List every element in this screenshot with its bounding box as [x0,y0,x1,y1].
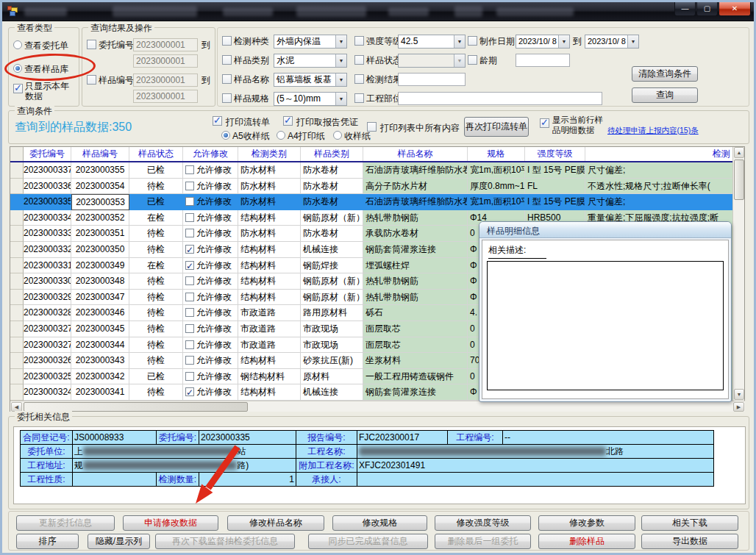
row-header-cell[interactable] [10,353,24,369]
allow-edit-cell[interactable]: 允许修改 [183,353,238,369]
status-cell[interactable]: 在检 [129,210,183,226]
sample-name-cell[interactable]: 坐浆材料 [363,353,468,369]
test-category-cell[interactable]: 结构材料 [238,384,301,401]
allow-edit-checkbox[interactable] [185,356,194,365]
grid-column-header[interactable]: 样品名称 [363,147,468,161]
allow-edit-cell[interactable]: 允许修改 [183,179,238,195]
test-category-cell[interactable]: 防水材料 [238,179,301,195]
entrust-no-cell[interactable]: 2023000336 [24,179,71,195]
sample-no-cell[interactable]: 2023000353 [71,194,129,210]
range-checkbox[interactable] [87,75,96,85]
allow-edit-checkbox[interactable] [185,261,194,270]
chevron-down-icon[interactable]: ▼ [335,93,346,105]
filter-checkbox[interactable] [468,36,477,46]
entrust-no-cell[interactable]: 2023000330 [24,273,71,290]
allow-edit-cell[interactable]: 允许修改 [183,273,238,290]
allow-edit-checkbox[interactable] [185,229,194,237]
sample-name-cell[interactable]: 砾石 [363,305,468,321]
filter-checkbox[interactable] [222,93,232,103]
status-cell[interactable]: 待检 [129,273,183,290]
row-header-cell[interactable] [10,305,24,321]
sample-name-cell[interactable]: 热轧带肋钢筋 [363,290,468,306]
filter-dropdown[interactable]: 水泥▼ [274,54,347,68]
sample-category-cell[interactable]: 防水卷材 [301,179,363,195]
sample-no-cell[interactable]: 2023000342 [71,369,129,385]
paper-a4-radio[interactable] [277,131,285,140]
date-picker[interactable]: 2023/10/ 8▼ [585,35,639,49]
query-button[interactable]: 查询 [632,87,698,103]
sample-name-cell[interactable]: 高分子防水片材 [363,179,468,195]
grid-column-header[interactable]: 检测 [585,147,733,161]
test-category-cell[interactable]: 市政道路 [238,337,301,354]
reprint-button[interactable]: 再次打印流转单 [464,117,529,137]
action-button[interactable]: 隐藏/显示列 [88,534,150,549]
sample-name-cell[interactable]: 石油沥青玻璃纤维胎防水卷 [363,162,468,179]
sample-name-cell[interactable]: 石油沥青玻璃纤维胎防水卷 [363,194,468,210]
allow-edit-cell[interactable]: 允许修改 [183,321,238,337]
row-header-cell[interactable] [10,226,24,242]
grade-cell[interactable]: I 型 15号 PE膜 [525,194,585,210]
test-category-cell[interactable]: 市政道路 [238,321,301,337]
allow-edit-checkbox[interactable] [185,324,194,333]
row-header-cell[interactable] [10,290,24,306]
row-header-cell[interactable] [10,384,24,401]
sample-category-cell[interactable]: 防水卷材 [301,162,363,179]
sample-category-cell[interactable]: 原材料 [301,369,363,385]
allow-edit-checkbox[interactable] [185,387,194,396]
entrust-no-cell[interactable]: 2023000324 [24,384,71,401]
filter-dropdown[interactable]: 外墙内保温▼ [274,35,347,49]
chevron-down-icon[interactable]: ▼ [335,54,346,67]
row-header-cell[interactable] [10,273,24,290]
allow-edit-cell[interactable]: 允许修改 [183,384,238,401]
filter-checkbox[interactable] [354,55,364,65]
test-params-cell[interactable]: 尺寸偏差; [585,194,733,210]
row-header-cell[interactable] [10,242,24,258]
grid-column-header[interactable]: 检测类别 [238,147,301,161]
sample-name-cell[interactable]: 面层取芯 [363,321,468,337]
sample-no-cell[interactable]: 2023000351 [71,226,129,242]
test-category-cell[interactable]: 防水材料 [238,162,301,179]
sample-name-cell[interactable]: 面层取芯 [363,337,468,354]
sample-no-cell[interactable]: 2023000343 [71,353,129,369]
entrust-no-cell[interactable]: 2023000327 [24,321,71,337]
entrust-no-cell[interactable]: 2023000328 [24,305,71,321]
row-header-cell[interactable] [10,162,24,179]
sample-category-cell[interactable]: 砂浆抗压(新) [301,353,363,369]
sample-no-cell[interactable]: 2023000347 [71,290,129,306]
action-button[interactable]: 修改规格 [332,515,427,531]
action-button[interactable]: 导出数据 [641,534,738,549]
sample-name-cell[interactable]: 热轧带肋钢筋 [363,210,468,226]
row-header-cell[interactable] [10,258,24,274]
status-cell[interactable]: 待检 [129,305,183,321]
action-button[interactable]: 排序 [16,534,79,549]
allow-edit-cell[interactable]: 允许修改 [183,258,238,274]
status-cell[interactable]: 待检 [129,226,183,242]
allow-edit-checkbox[interactable] [185,372,194,381]
row-header-cell[interactable] [10,194,24,210]
sample-name-cell[interactable]: 钢筋套筒灌浆连接 [363,384,468,401]
scroll-down-icon[interactable]: ▼ [734,389,744,400]
sample-no-cell[interactable]: 2023000344 [71,337,129,354]
scroll-right-icon[interactable]: ▶ [733,402,744,412]
filter-text-field[interactable] [398,73,466,86]
status-cell[interactable]: 待检 [129,353,183,369]
status-cell[interactable]: 待检 [129,337,183,354]
allow-edit-cell[interactable]: 允许修改 [183,305,238,321]
minimize-button[interactable]: — [674,2,696,16]
print-all-checkbox[interactable] [367,122,377,132]
allow-edit-checkbox[interactable] [185,165,194,174]
action-button[interactable]: 申请修改数据 [123,515,218,531]
pending-report-link[interactable]: 待处理申请上报内容(15)条 [607,126,699,136]
row-header-cell[interactable] [10,321,24,337]
status-cell[interactable]: 待检 [129,242,183,258]
filter-dropdown[interactable]: 42.5▼ [398,35,466,49]
sample-no-cell[interactable]: 2023000352 [71,210,129,226]
sample-category-cell[interactable]: 机械连接 [301,242,363,258]
sample-no-cell[interactable]: 2023000346 [71,305,129,321]
sample-category-cell[interactable]: 防水卷材 [301,194,363,210]
test-category-cell[interactable]: 钢结构材料 [238,369,301,385]
grid-column-header[interactable]: 委托编号 [24,147,71,161]
filter-checkbox[interactable] [354,36,364,46]
sample-name-cell[interactable]: 钢筋套筒灌浆连接 [363,242,468,258]
test-category-cell[interactable]: 结构材料 [238,242,301,258]
